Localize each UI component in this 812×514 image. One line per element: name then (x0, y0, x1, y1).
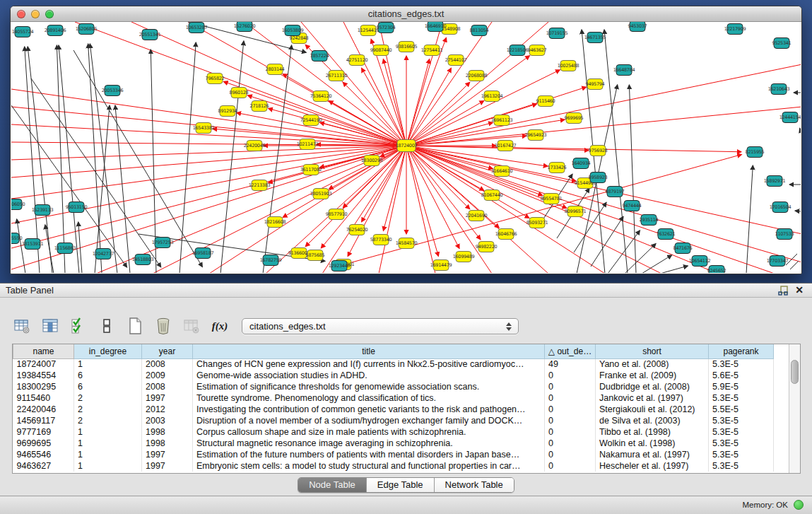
graph-node[interactable]: 9495794 (586, 79, 605, 90)
graph-node[interactable]: 18300295 (361, 156, 383, 166)
graph-node[interactable]: 94982220 (476, 242, 498, 252)
citation-edge-black[interactable] (642, 255, 672, 273)
graph-node[interactable]: 36117082 (300, 165, 322, 175)
float-panel-icon[interactable] (778, 286, 788, 296)
graph-node[interactable]: 10719155 (546, 28, 568, 39)
citation-edge-black[interactable] (629, 85, 636, 273)
network-canvas[interactable]: 1458457058773340762540209857791018051903… (11, 22, 801, 273)
graph-node[interactable]: 10211473 (297, 139, 319, 150)
graph-node[interactable]: 16046766 (495, 229, 517, 240)
graph-node[interactable]: 16961123 (491, 115, 513, 126)
rows-icon[interactable] (98, 317, 116, 335)
citation-edge-red[interactable] (406, 22, 548, 146)
table-row[interactable]: 1830029562008Estimation of significance … (13, 381, 779, 392)
graph-node[interactable]: 16648784 (613, 65, 635, 76)
graph-node[interactable]: 15892971 (764, 176, 786, 187)
graph-node[interactable]: 72544190 (300, 115, 322, 126)
graph-node[interactable]: 19654923 (525, 130, 547, 141)
graph-node[interactable]: 14584570 (396, 238, 418, 249)
graph-node[interactable]: 1640934 (572, 158, 591, 169)
graph-node[interactable]: 93816605 (396, 42, 418, 52)
graph-node[interactable]: 9463627 (528, 45, 547, 56)
graph-node[interactable]: 17703347 (767, 256, 789, 267)
table-row[interactable]: 1872400712008Changes of HCN gene express… (13, 358, 779, 370)
citation-edge-black[interactable] (59, 45, 79, 273)
graph-node[interactable]: 25206050 (11, 199, 25, 210)
graph-node[interactable]: 14671355 (584, 33, 606, 43)
citation-edge-red[interactable] (406, 56, 529, 146)
table-selector-dropdown[interactable]: citations_edges.txt (242, 318, 519, 334)
graph-node[interactable]: 5875685 (306, 250, 325, 261)
citation-edge-black[interactable] (57, 45, 65, 273)
graph-node[interactable]: 80996571 (565, 206, 587, 217)
graph-node[interactable]: 42751120 (346, 55, 368, 66)
graph-node[interactable]: 14055724 (12, 27, 34, 37)
graph-node[interactable]: 11156863 (54, 243, 76, 254)
citation-edge-black[interactable] (800, 128, 801, 135)
column-header-pagerank[interactable]: pagerank (709, 344, 774, 358)
citation-edge-red[interactable] (11, 146, 406, 199)
citation-edge-red[interactable] (406, 146, 543, 196)
graph-node[interactable]: 95013150 (66, 202, 88, 213)
delete-icon[interactable] (154, 317, 172, 335)
citation-edge-black[interactable] (660, 266, 688, 273)
graph-node[interactable]: 22420046 (244, 141, 266, 151)
citation-edge-red[interactable] (379, 22, 406, 146)
column-header-name[interactable]: name (13, 344, 74, 358)
graph-node[interactable]: 20053346 (102, 86, 124, 96)
graph-node[interactable]: 31664610 (491, 166, 513, 177)
graph-node[interactable]: 33153911 (22, 239, 44, 250)
graph-node[interactable]: 20551341 (139, 30, 161, 40)
citation-edge-black[interactable] (746, 165, 753, 273)
import-table-disabled-icon[interactable] (182, 317, 201, 335)
graph-node[interactable]: 27544107 (445, 55, 467, 66)
graph-node[interactable]: 18216608 (264, 217, 286, 228)
graph-node[interactable]: 15276020 (234, 22, 256, 32)
citation-edge-red[interactable] (406, 146, 741, 152)
graph-node[interactable]: 15206805 (76, 24, 98, 35)
table-row[interactable]: 946362711997Embryonic stem cells: a mode… (13, 460, 779, 472)
window-titlebar[interactable]: citations_edges.txt (11, 6, 801, 22)
graph-node[interactable]: 7632621 (657, 229, 676, 240)
graph-node[interactable]: 10025488 (558, 61, 579, 71)
citation-edge-red[interactable] (406, 146, 435, 273)
graph-node[interactable]: 17016504 (770, 202, 792, 213)
graph-node[interactable]: 6879197 (606, 187, 625, 197)
graph-node[interactable]: 8958923 (589, 173, 608, 183)
table-columns-icon[interactable] (41, 317, 59, 335)
citation-edge-red[interactable] (75, 22, 406, 146)
graph-node[interactable]: 16053809 (282, 25, 304, 36)
graph-node[interactable]: 1107533 (775, 229, 794, 240)
graph-node[interactable]: 2718126 (250, 101, 269, 112)
graph-node[interactable]: 9245652 (707, 266, 726, 274)
graph-node[interactable]: 8813054 (470, 25, 489, 36)
tab-edge-table[interactable]: Edge Table (367, 478, 435, 492)
graph-node[interactable]: 12217909 (724, 24, 746, 35)
graph-node[interactable]: 8912934 (218, 106, 237, 117)
graph-node[interactable]: 16099489 (453, 252, 475, 262)
citation-edge-red[interactable] (362, 68, 406, 146)
graph-node[interactable]: 75364120 (310, 91, 332, 102)
citation-edge-red[interactable] (383, 59, 406, 146)
graph-node[interactable]: 81067440 (481, 190, 503, 201)
citation-edge-black[interactable] (73, 50, 202, 267)
graph-node[interactable]: 26711310 (326, 71, 348, 81)
column-header-title[interactable]: title (193, 344, 545, 358)
tab-node-table[interactable]: Node Table (298, 478, 367, 492)
citation-edge-red[interactable] (11, 89, 406, 146)
graph-node[interactable]: 58773340 (370, 235, 392, 245)
citation-edge-black[interactable] (263, 45, 292, 273)
column-header-out_de[interactable]: △ out_de… (545, 344, 596, 358)
graph-node[interactable]: 7857224 (310, 51, 329, 62)
table-row[interactable]: 2242004622012Investigating the contribut… (13, 404, 779, 415)
graph-node[interactable]: 99087440 (370, 45, 392, 56)
graph-node[interactable]: 85093271 (526, 218, 548, 228)
graph-node[interactable]: 7965822 (206, 74, 225, 84)
graph-node[interactable]: 9756928 (589, 146, 608, 156)
select-rows-icon[interactable] (69, 317, 88, 335)
graph-node[interactable]: 8471676 (673, 243, 693, 254)
column-header-short[interactable]: short (596, 344, 709, 358)
citation-edge-black[interactable] (90, 44, 117, 273)
scrollbar-thumb[interactable] (791, 360, 799, 384)
graph-node[interactable]: 9453037 (628, 22, 647, 32)
